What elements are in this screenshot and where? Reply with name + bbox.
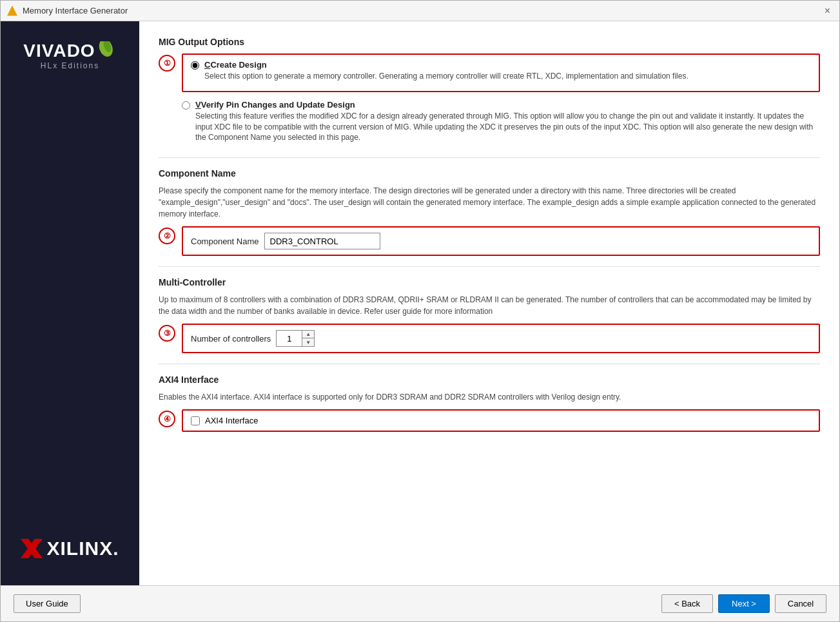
spinner-arrows: ▲ ▼ xyxy=(302,330,315,347)
step3-content: Number of controllers ▲ ▼ xyxy=(182,324,820,353)
vivado-leaf-icon xyxy=(97,41,117,61)
content-area: VIVADO HLx Editions XILINX. xyxy=(1,21,839,585)
num-controllers-box: Number of controllers ▲ ▼ xyxy=(182,324,820,353)
vivado-subtitle: HLx Editions xyxy=(23,61,116,70)
close-button[interactable]: × xyxy=(822,5,833,17)
divider3 xyxy=(159,364,820,364)
main-content: MIG Output Options ① CCreate Design xyxy=(139,21,839,585)
component-name-input[interactable] xyxy=(264,233,380,249)
xilinx-logo: XILINX. xyxy=(8,525,132,572)
sidebar: VIVADO HLx Editions XILINX. xyxy=(1,21,139,585)
verify-pin-section: VVerify Pin Changes and Update Design Se… xyxy=(182,100,820,143)
xilinx-text: XILINX. xyxy=(46,538,119,559)
verify-pin-radio[interactable] xyxy=(182,101,190,110)
step2-circle: ② xyxy=(159,228,175,244)
create-design-option: CCreate Design Select this option to gen… xyxy=(191,60,811,82)
divider1 xyxy=(159,157,820,158)
window-title: Memory Interface Generator xyxy=(23,6,128,15)
step3-label: ③ xyxy=(164,329,171,338)
step4-label: ④ xyxy=(164,414,171,423)
user-guide-button[interactable]: User Guide xyxy=(14,594,81,613)
title-bar-left: Memory Interface Generator xyxy=(7,6,128,16)
step1-content: CCreate Design Select this option to gen… xyxy=(182,53,820,147)
step2-label: ② xyxy=(164,231,171,240)
spinner-down-button[interactable]: ▼ xyxy=(302,338,314,346)
vivado-title: VIVADO xyxy=(23,41,95,61)
controllers-input[interactable] xyxy=(276,330,302,347)
vivado-logo: VIVADO HLx Editions xyxy=(17,34,122,77)
controllers-spinner: ▲ ▼ xyxy=(276,330,315,347)
component-section-title: Component Name xyxy=(159,168,820,179)
step1-label: ① xyxy=(164,59,171,68)
verify-pin-option: VVerify Pin Changes and Update Design Se… xyxy=(182,100,820,143)
component-name-row: Component Name xyxy=(191,233,811,249)
step3-circle: ③ xyxy=(159,325,175,342)
step3-row: ③ Number of controllers ▲ ▼ xyxy=(159,324,820,353)
cancel-button[interactable]: Cancel xyxy=(775,594,826,613)
next-button[interactable]: Next > xyxy=(718,594,770,613)
step1-circle: ① xyxy=(159,55,175,72)
title-bar: Memory Interface Generator × xyxy=(1,1,839,21)
step1-row: ① CCreate Design Select this option to g… xyxy=(159,53,820,147)
component-desc: Please specify the component name for th… xyxy=(159,185,820,220)
step4-row: ④ AXI4 Interface xyxy=(159,409,820,432)
verify-pin-desc: Selecting this feature verifies the modi… xyxy=(195,111,820,143)
footer: User Guide < Back Next > Cancel xyxy=(1,585,839,621)
step2-content: Component Name xyxy=(182,226,820,256)
create-design-content: CCreate Design Select this option to gen… xyxy=(204,60,689,82)
verify-pin-title[interactable]: VVerify Pin Changes and Update Design xyxy=(195,100,820,110)
axi4-box: AXI4 Interface xyxy=(182,409,820,432)
create-design-box: CCreate Design Select this option to gen… xyxy=(182,53,820,92)
create-design-title-underline: C xyxy=(204,60,210,70)
axi4-checkbox-label: AXI4 Interface xyxy=(205,416,258,425)
component-name-box: Component Name xyxy=(182,226,820,256)
main-window: Memory Interface Generator × VIVADO HLx … xyxy=(0,0,840,622)
axi4-checkbox-row: AXI4 Interface xyxy=(191,416,811,425)
mig-section-title: MIG Output Options xyxy=(159,37,820,47)
axi4-section-title: AXI4 Interface xyxy=(159,374,820,385)
multi-desc: Up to maximum of 8 controllers with a co… xyxy=(159,294,820,317)
multi-section-title: Multi-Controller xyxy=(159,277,820,287)
step4-circle: ④ xyxy=(159,411,175,427)
back-button[interactable]: < Back xyxy=(661,594,713,613)
axi4-desc: Enables the AXI4 interface. AXI4 interfa… xyxy=(159,391,820,403)
app-icon xyxy=(7,6,17,16)
num-controllers-label: Number of controllers xyxy=(191,334,271,344)
footer-left: User Guide xyxy=(14,594,81,613)
num-controllers-row: Number of controllers ▲ ▼ xyxy=(191,330,811,347)
create-design-desc: Select this option to generate a memory … xyxy=(204,71,689,82)
verify-pin-content: VVerify Pin Changes and Update Design Se… xyxy=(195,100,820,143)
footer-right: < Back Next > Cancel xyxy=(661,594,826,613)
spinner-up-button[interactable]: ▲ xyxy=(302,331,314,338)
xilinx-icon xyxy=(21,539,43,558)
step2-row: ② Component Name xyxy=(159,226,820,256)
divider2 xyxy=(159,266,820,267)
component-name-label: Component Name xyxy=(191,237,259,246)
axi4-checkbox[interactable] xyxy=(191,416,200,425)
create-design-radio[interactable] xyxy=(191,61,199,70)
step4-content: AXI4 Interface xyxy=(182,409,820,432)
create-design-title[interactable]: CCreate Design xyxy=(204,60,689,70)
